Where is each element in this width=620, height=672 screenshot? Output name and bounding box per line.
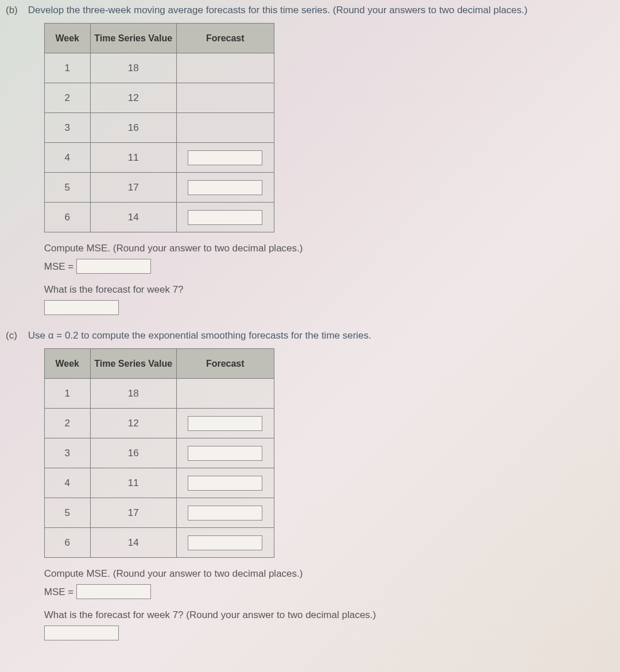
cell-week: 5 bbox=[44, 498, 90, 528]
table-row: 316 bbox=[44, 438, 274, 468]
mse-label: MSE = bbox=[44, 261, 74, 272]
cell-forecast bbox=[176, 203, 274, 232]
cell-week: 3 bbox=[44, 113, 90, 143]
part-b-mse-block: Compute MSE. (Round your answer to two d… bbox=[44, 243, 611, 274]
part-b-week7-block: What is the forecast for week 7? bbox=[44, 284, 611, 315]
table-row: 118 bbox=[44, 53, 274, 83]
week7-prompt-b: What is the forecast for week 7? bbox=[44, 284, 611, 296]
cell-tsv: 16 bbox=[90, 113, 176, 143]
cell-week: 2 bbox=[44, 409, 90, 438]
cell-forecast bbox=[176, 113, 274, 143]
header-week-c: Week bbox=[44, 349, 90, 379]
part-b-tbody: 118212316411517614 bbox=[44, 53, 274, 232]
table-row: 212 bbox=[44, 83, 274, 113]
forecast-input[interactable] bbox=[188, 476, 262, 491]
cell-tsv: 18 bbox=[90, 379, 176, 409]
part-b-table: Week Time Series Value Forecast 11821231… bbox=[44, 23, 274, 232]
cell-forecast bbox=[176, 438, 274, 468]
part-c-mse-block: Compute MSE. (Round your answer to two d… bbox=[44, 568, 611, 599]
compute-mse-text-c: Compute MSE. (Round your answer to two d… bbox=[44, 568, 611, 580]
forecast-input[interactable] bbox=[188, 416, 262, 431]
cell-tsv: 17 bbox=[90, 173, 176, 203]
cell-forecast bbox=[176, 468, 274, 498]
table-row: 614 bbox=[44, 203, 274, 232]
forecast-input[interactable] bbox=[188, 446, 262, 461]
cell-forecast bbox=[176, 53, 274, 83]
cell-week: 5 bbox=[44, 173, 90, 203]
compute-mse-text: Compute MSE. (Round your answer to two d… bbox=[44, 243, 611, 254]
cell-week: 1 bbox=[44, 53, 90, 83]
mse-input-c[interactable] bbox=[76, 584, 151, 599]
forecast-input[interactable] bbox=[188, 506, 262, 520]
cell-forecast bbox=[176, 409, 274, 438]
cell-forecast bbox=[176, 379, 274, 409]
week7-input-b[interactable] bbox=[44, 300, 119, 315]
cell-forecast bbox=[176, 173, 274, 203]
cell-tsv: 12 bbox=[90, 83, 176, 113]
header-tsv: Time Series Value bbox=[90, 24, 176, 53]
cell-week: 6 bbox=[44, 203, 90, 232]
cell-tsv: 14 bbox=[90, 528, 176, 558]
part-b: (b) Develop the three-week moving averag… bbox=[0, 0, 620, 325]
forecast-input[interactable] bbox=[188, 210, 262, 225]
cell-tsv: 12 bbox=[90, 409, 176, 438]
part-c: (c) Use α = 0.2 to compute the exponenti… bbox=[0, 325, 620, 651]
cell-week: 3 bbox=[44, 438, 90, 468]
part-c-label: (c) bbox=[6, 330, 25, 341]
cell-tsv: 11 bbox=[90, 468, 176, 498]
week7-prompt-c: What is the forecast for week 7? (Round … bbox=[44, 609, 611, 621]
table-row: 517 bbox=[44, 498, 274, 528]
cell-forecast bbox=[176, 83, 274, 113]
forecast-input[interactable] bbox=[188, 535, 262, 550]
table-row: 118 bbox=[44, 379, 274, 409]
forecast-input[interactable] bbox=[188, 180, 262, 195]
table-row: 316 bbox=[44, 113, 274, 143]
part-b-prompt: Develop the three-week moving average fo… bbox=[28, 5, 611, 16]
cell-tsv: 14 bbox=[90, 203, 176, 232]
cell-week: 6 bbox=[44, 528, 90, 558]
table-row: 614 bbox=[44, 528, 274, 558]
table-row: 411 bbox=[44, 468, 274, 498]
cell-forecast bbox=[176, 498, 274, 528]
cell-week: 4 bbox=[44, 468, 90, 498]
forecast-input[interactable] bbox=[188, 150, 262, 165]
part-c-tbody: 118212316411517614 bbox=[44, 379, 274, 558]
cell-week: 2 bbox=[44, 83, 90, 113]
mse-label-c: MSE = bbox=[44, 586, 74, 597]
table-row: 411 bbox=[44, 143, 274, 173]
part-c-table: Week Time Series Value Forecast 11821231… bbox=[44, 348, 274, 558]
header-tsv-c: Time Series Value bbox=[90, 349, 176, 379]
cell-tsv: 18 bbox=[90, 53, 176, 83]
mse-input-b[interactable] bbox=[76, 259, 151, 274]
table-row: 517 bbox=[44, 173, 274, 203]
week7-input-c[interactable] bbox=[44, 626, 119, 640]
cell-forecast bbox=[176, 528, 274, 558]
part-c-week7-block: What is the forecast for week 7? (Round … bbox=[44, 609, 611, 640]
header-forecast: Forecast bbox=[176, 24, 274, 53]
cell-tsv: 16 bbox=[90, 438, 176, 468]
part-b-label: (b) bbox=[6, 5, 25, 16]
cell-tsv: 11 bbox=[90, 143, 176, 173]
header-week: Week bbox=[44, 24, 90, 53]
cell-week: 1 bbox=[44, 379, 90, 409]
part-c-prompt: Use α = 0.2 to compute the exponential s… bbox=[28, 330, 611, 341]
cell-forecast bbox=[176, 143, 274, 173]
table-row: 212 bbox=[44, 409, 274, 438]
header-forecast-c: Forecast bbox=[176, 349, 274, 379]
cell-week: 4 bbox=[44, 143, 90, 173]
cell-tsv: 17 bbox=[90, 498, 176, 528]
